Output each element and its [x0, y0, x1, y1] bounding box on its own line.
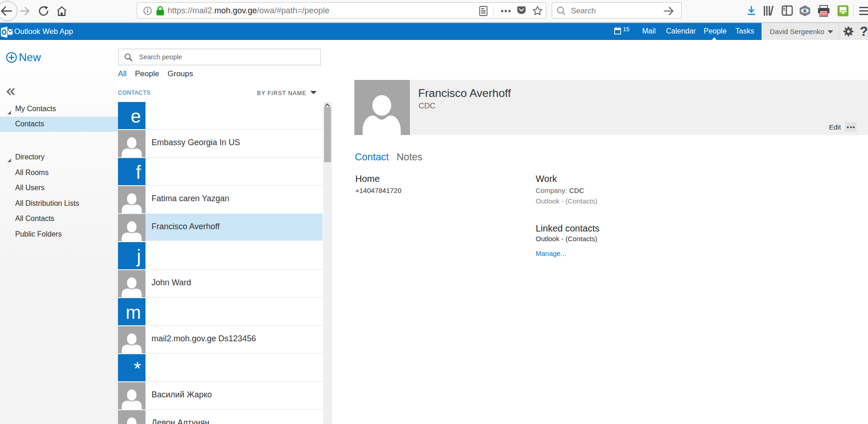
- svg-text:PDF: PDF: [821, 12, 827, 16]
